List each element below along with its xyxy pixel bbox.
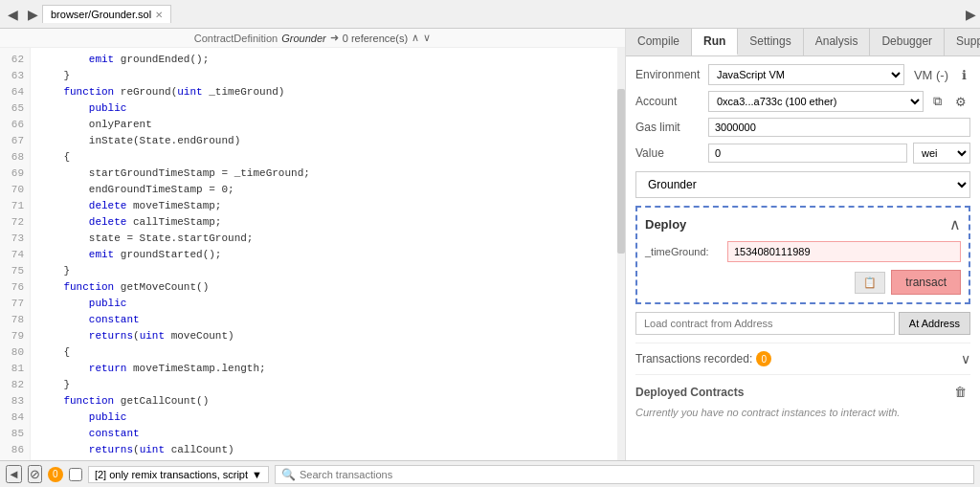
deploy-actions: 📋 transact — [645, 270, 961, 295]
tab-analysis[interactable]: Analysis — [804, 29, 871, 55]
account-label: Account — [635, 95, 702, 108]
deploy-box: Deploy ∧ _timeGround: 📋 transact — [635, 206, 970, 304]
environment-label: Environment — [635, 68, 702, 81]
at-address-input[interactable] — [635, 312, 895, 335]
top-bar: ◀ ▶ browser/Grounder.sol ✕ ▶ — [0, 0, 980, 29]
at-address-row: At Address — [635, 312, 970, 335]
deploy-collapse-btn[interactable]: ∧ — [949, 215, 961, 233]
code-scrollbar[interactable] — [617, 48, 625, 460]
right-panel: Compile Run Settings Analysis Debugger S… — [626, 29, 980, 460]
tab-compile[interactable]: Compile — [626, 29, 692, 55]
forward-arrow[interactable]: ▶ — [24, 5, 42, 24]
breadcrumb-contract: Grounder — [281, 33, 325, 44]
deploy-title: Deploy — [645, 217, 686, 232]
gas-limit-input[interactable] — [708, 118, 970, 137]
breadcrumb-refs[interactable]: 0 reference(s) — [343, 33, 408, 44]
search-icon: 🔍 — [281, 468, 296, 481]
account-select[interactable]: 0xca3...a733c (100 ether) — [708, 91, 924, 112]
time-ground-input[interactable] — [727, 241, 961, 262]
bottom-dropdown-label: [2] only remix transactions, script — [95, 469, 248, 480]
main-area: ContractDefinition Grounder ➜ 0 referenc… — [0, 29, 980, 460]
tab-debugger[interactable]: Debugger — [870, 29, 945, 55]
bottom-checkbox[interactable] — [69, 468, 82, 481]
search-input[interactable] — [300, 469, 968, 480]
back-arrow[interactable]: ◀ — [4, 5, 22, 24]
code-editor: ContractDefinition Grounder ➜ 0 referenc… — [0, 29, 626, 460]
bottom-dropdown[interactable]: [2] only remix transactions, script ▼ — [88, 466, 269, 483]
deploy-header: Deploy ∧ — [645, 215, 961, 233]
tab-settings[interactable]: Settings — [738, 29, 803, 55]
transactions-section[interactable]: Transactions recorded: 0 ∨ — [635, 343, 970, 374]
value-row: Value wei — [635, 143, 970, 164]
value-unit-select[interactable]: wei — [913, 143, 970, 164]
nav-arrows: ◀ ▶ — [4, 5, 42, 24]
bottom-back-icon[interactable]: ◄ — [6, 465, 22, 483]
file-tab-close[interactable]: ✕ — [155, 10, 163, 20]
contract-select-wrap: Grounder — [635, 171, 970, 198]
transactions-chevron: ∨ — [961, 351, 970, 366]
account-row: Account 0xca3...a733c (100 ether) ⧉ ⚙ — [635, 91, 970, 112]
bottom-stop-icon[interactable]: ⊘ — [28, 465, 42, 483]
transactions-label: Transactions recorded: — [635, 352, 752, 365]
code-area: 6263646566676869707172737475767778798081… — [0, 48, 625, 460]
tab-run[interactable]: Run — [692, 29, 738, 55]
time-ground-label: _timeGround: — [645, 246, 722, 257]
gas-limit-label: Gas limit — [635, 121, 702, 134]
file-tab-label: browser/Grounder.sol — [51, 9, 151, 20]
code-content[interactable]: emit groundEnded(); } function reGround(… — [31, 48, 617, 460]
breadcrumb-arrow: ➜ — [330, 32, 339, 44]
bottom-badge: 0 — [48, 467, 63, 482]
transact-btn[interactable]: transact — [891, 270, 961, 295]
deployed-info: Currently you have no contract instances… — [635, 407, 970, 418]
run-panel: Environment JavaScript VM VM (-) ℹ Accou… — [626, 56, 980, 460]
deployed-header: Deployed Contracts 🗑 — [635, 383, 970, 401]
contract-select[interactable]: Grounder — [635, 171, 970, 198]
vm-label-btn[interactable]: VM (-) — [910, 66, 952, 84]
expand-arrow[interactable]: ▶ — [966, 7, 976, 22]
deployed-title: Deployed Contracts — [635, 386, 744, 399]
environment-info[interactable]: ℹ — [958, 66, 970, 84]
deploy-field: _timeGround: — [645, 241, 961, 262]
file-tab[interactable]: browser/Grounder.sol ✕ — [42, 5, 171, 23]
deploy-copy-btn[interactable]: 📋 — [855, 272, 885, 294]
transactions-badge: 0 — [756, 351, 771, 366]
account-settings-icon[interactable]: ⚙ — [951, 93, 970, 111]
environment-row: Environment JavaScript VM VM (-) ℹ — [635, 64, 970, 85]
bottom-bar: ◄ ⊘ 0 [2] only remix transactions, scrip… — [0, 460, 980, 487]
environment-select[interactable]: JavaScript VM — [708, 64, 904, 85]
line-numbers: 6263646566676869707172737475767778798081… — [0, 48, 31, 460]
tab-support[interactable]: Support — [945, 29, 980, 55]
value-input[interactable] — [708, 144, 907, 163]
breadcrumb-type: ContractDefinition — [194, 33, 278, 44]
deployed-section: Deployed Contracts 🗑 Currently you have … — [635, 374, 970, 426]
at-address-btn[interactable]: At Address — [899, 312, 970, 335]
breadcrumb-chevdown[interactable]: ∨ — [423, 32, 431, 44]
account-copy-icon[interactable]: ⧉ — [929, 92, 946, 111]
value-label: Value — [635, 146, 702, 160]
breadcrumb-chevup[interactable]: ∧ — [412, 32, 419, 44]
bottom-search: 🔍 — [275, 465, 974, 484]
gas-limit-row: Gas limit — [635, 118, 970, 137]
bottom-dropdown-arrow: ▼ — [252, 469, 262, 480]
scrollbar-thumb[interactable] — [617, 89, 625, 254]
breadcrumb-bar: ContractDefinition Grounder ➜ 0 referenc… — [0, 29, 625, 48]
deployed-trash-btn[interactable]: 🗑 — [950, 383, 970, 401]
right-tabs: Compile Run Settings Analysis Debugger S… — [626, 29, 980, 56]
